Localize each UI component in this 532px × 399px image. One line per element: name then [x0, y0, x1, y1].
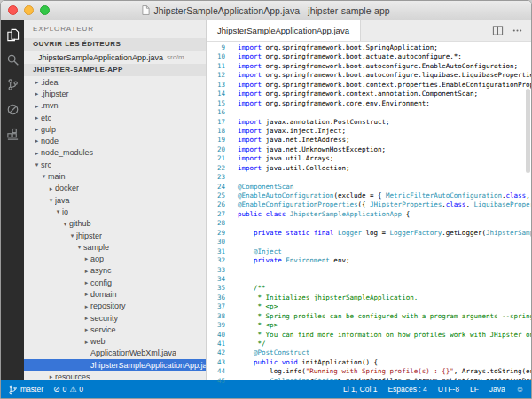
chevron-right-icon[interactable]: ▸	[47, 183, 55, 194]
split-editor-icon[interactable]	[492, 25, 504, 36]
scrollbar-thumb[interactable]	[526, 89, 530, 173]
zoom-window-button[interactable]	[40, 5, 50, 15]
code-line[interactable]: import org.springframework.boot.autoconf…	[238, 62, 531, 71]
code-line[interactable]: * Initializes jhipsterSampleApplication.	[238, 293, 531, 302]
code-line[interactable]: @ComponentScan	[238, 183, 531, 192]
folder-item-web[interactable]: ▸web	[24, 336, 206, 348]
language-mode[interactable]: Java	[489, 385, 505, 394]
code-line[interactable]: * Spring profiles can be configured with…	[238, 312, 531, 321]
code-line[interactable]: public class JhipsterSampleApplicationAp…	[238, 210, 531, 219]
chevron-down-icon[interactable]: ▾	[40, 170, 48, 182]
folder-item-.mvn[interactable]: ▸.mvn	[24, 100, 206, 112]
code-line[interactable]	[238, 275, 531, 284]
debug-icon[interactable]	[4, 101, 20, 117]
eol-indicator[interactable]: LF	[470, 385, 479, 394]
editor-scrollbar[interactable]	[525, 42, 531, 380]
indentation-indicator[interactable]: Espaces : 4	[387, 385, 426, 394]
chevron-right-icon[interactable]: ▸	[82, 288, 90, 300]
chevron-down-icon[interactable]: ▾	[61, 218, 69, 230]
chevron-right-icon[interactable]: ▸	[82, 253, 90, 264]
folder-item-jhipster[interactable]: ▾jhipster	[24, 230, 206, 241]
encoding-indicator[interactable]: UTF-8	[438, 385, 459, 394]
code-line[interactable]: import org.springframework.core.env.Envi…	[238, 99, 531, 108]
extensions-icon[interactable]	[4, 126, 20, 142]
chevron-right-icon[interactable]: ▸	[33, 88, 41, 99]
code-line[interactable]: import org.springframework.boot.autoconf…	[238, 71, 531, 80]
code-line[interactable]: public void initApplication() {	[238, 358, 531, 367]
code-line[interactable]: log.info("Running with Spring profile(s)…	[238, 367, 531, 376]
folder-item-main[interactable]: ▾main	[24, 170, 206, 182]
chevron-right-icon[interactable]: ▸	[82, 277, 90, 288]
file-item-applicationwebxml.java[interactable]: ApplicationWebXml.java	[24, 348, 206, 359]
code-line[interactable]: import java.util.Collection;	[238, 164, 531, 173]
code-line[interactable]: import org.springframework.boot.SpringAp…	[238, 43, 531, 52]
folder-item-io[interactable]: ▾io	[24, 206, 206, 217]
chevron-down-icon[interactable]: ▾	[68, 230, 76, 241]
folder-item-src[interactable]: ▾src	[24, 159, 206, 170]
code-line[interactable]: /**	[238, 284, 531, 293]
file-item-jhipstersampleapplicationapp.java[interactable]: JhipsterSampleApplicationApp.java	[24, 359, 206, 371]
code-line[interactable]: import org.springframework.context.annot…	[238, 90, 531, 98]
folder-item-config[interactable]: ▸config	[24, 277, 206, 288]
more-actions-icon[interactable]	[512, 25, 523, 36]
code-line[interactable]: * <p>	[238, 302, 531, 311]
code-line[interactable]: import org.springframework.boot.context.…	[238, 81, 531, 90]
code-line[interactable]	[238, 238, 531, 246]
folder-item-docker[interactable]: ▸docker	[24, 183, 206, 194]
source-control-icon[interactable]	[4, 76, 20, 92]
code-line[interactable]: private static final Logger log = Logger…	[238, 229, 531, 238]
close-window-button[interactable]	[8, 5, 18, 15]
code-line[interactable]	[238, 173, 531, 182]
chevron-right-icon[interactable]: ▸	[82, 336, 90, 348]
project-section-header[interactable]: JHIPSTER-SAMPLE-APP	[24, 64, 206, 76]
code-editor[interactable]: 9101112131415161718192021222324252627282…	[207, 42, 531, 380]
chevron-down-icon[interactable]: ▾	[33, 159, 41, 170]
code-line[interactable]: */	[238, 340, 531, 348]
chevron-right-icon[interactable]: ▸	[82, 312, 90, 324]
folder-item-resources[interactable]: ▸resources	[24, 371, 206, 380]
code-line[interactable]: import org.springframework.boot.actuate.…	[238, 52, 531, 61]
folder-item-node_modules[interactable]: ▸node_modules	[24, 147, 206, 159]
explorer-icon[interactable]	[4, 27, 20, 43]
chevron-right-icon[interactable]: ▸	[33, 76, 41, 88]
code-line[interactable]: * <p>	[238, 321, 531, 330]
folder-item-gulp[interactable]: ▸gulp	[24, 123, 206, 135]
folder-item-node[interactable]: ▸node	[24, 135, 206, 146]
cursor-position[interactable]: Li 1, Col 1	[343, 385, 377, 394]
code-line[interactable]: private Environment env;	[238, 256, 531, 265]
chevron-down-icon[interactable]: ▾	[75, 241, 83, 253]
code-line[interactable]	[238, 266, 531, 275]
folder-item-.jhipster[interactable]: ▸.jhipster	[24, 88, 206, 99]
code-line[interactable]: @EnableAutoConfiguration(exclude = { Met…	[238, 192, 531, 200]
search-icon[interactable]	[4, 51, 20, 67]
folder-item-java[interactable]: ▾java	[24, 194, 206, 206]
folder-item-aop[interactable]: ▸aop	[24, 253, 206, 264]
folder-item-service[interactable]: ▸service	[24, 324, 206, 335]
chevron-right-icon[interactable]: ▸	[82, 324, 90, 335]
folder-item-security[interactable]: ▸security	[24, 312, 206, 324]
tab-jhipstersampleapplicationapp[interactable]: JhipsterSampleApplicationApp.java	[207, 20, 361, 41]
open-editor-item[interactable]: JhipsterSampleApplicationApp.java src/m.…	[24, 51, 206, 64]
folder-item-async[interactable]: ▸async	[24, 265, 206, 277]
chevron-right-icon[interactable]: ▸	[33, 100, 41, 112]
code-line[interactable]	[238, 219, 531, 228]
chevron-right-icon[interactable]: ▸	[33, 112, 41, 123]
code-content[interactable]: import org.springframework.boot.SpringAp…	[231, 42, 531, 380]
code-line[interactable]: import java.util.Arrays;	[238, 154, 531, 163]
chevron-down-icon[interactable]: ▾	[47, 194, 55, 206]
open-editors-header[interactable]: OUVRIR LES ÉDITEURS	[24, 38, 206, 51]
code-line[interactable]: * You can find more information on how p…	[238, 331, 531, 340]
chevron-right-icon[interactable]: ▸	[33, 147, 41, 159]
folder-item-domain[interactable]: ▸domain	[24, 288, 206, 300]
code-line[interactable]: @Inject	[238, 247, 531, 256]
folder-item-repository[interactable]: ▸repository	[24, 301, 206, 312]
feedback-smiley-icon[interactable]: ☺	[516, 386, 524, 394]
folder-item-.idea[interactable]: ▸.idea	[24, 76, 206, 88]
folder-item-etc[interactable]: ▸etc	[24, 112, 206, 123]
code-line[interactable]: import javax.inject.Inject;	[238, 127, 531, 136]
git-branch-indicator[interactable]: master	[8, 385, 43, 395]
code-line[interactable]	[238, 108, 531, 117]
chevron-right-icon[interactable]: ▸	[33, 135, 41, 146]
chevron-down-icon[interactable]: ▾	[54, 206, 62, 217]
code-line[interactable]: @PostConstruct	[238, 348, 531, 357]
